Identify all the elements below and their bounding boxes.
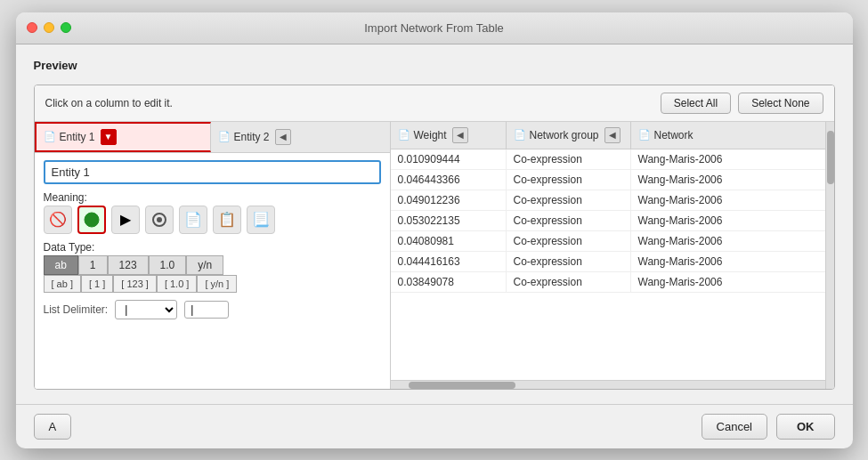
table-row[interactable]: 0.046443366 Co-expression Wang-Maris-200…	[391, 170, 825, 190]
right-panel: 📄 Weight ◀ 📄 Network group ◀ 📄 Network	[391, 122, 825, 389]
network-cell: Wang-Maris-2006	[631, 211, 825, 230]
minimize-button[interactable]	[44, 22, 54, 33]
entity2-header[interactable]: 📄 Entity 2 ◀	[211, 122, 389, 152]
vertical-scrollbar[interactable]	[825, 122, 834, 389]
entity1-doc-icon: 📄	[44, 131, 56, 143]
table-row[interactable]: 0.049012236 Co-expression Wang-Maris-200…	[391, 190, 825, 211]
network-cell: Wang-Maris-2006	[631, 252, 825, 271]
weight-cell: 0.053022135	[391, 211, 507, 230]
entity1-label: Entity 1	[60, 131, 95, 143]
select-none-button[interactable]: Select None	[738, 93, 823, 114]
preview-box: Click on a column to edit it. Select All…	[34, 85, 835, 390]
table-row[interactable]: 0.03849078 Co-expression Wang-Maris-2006	[391, 272, 825, 293]
network-header[interactable]: 📄 Network	[631, 122, 825, 149]
horizontal-scrollbar[interactable]	[391, 380, 825, 389]
coexpression-cell: Co-expression	[507, 170, 631, 190]
meaning-doc3-btn[interactable]: 📃	[247, 206, 275, 234]
entity1-header[interactable]: 📄 Entity 1 ▼	[35, 122, 211, 152]
entity2-doc-icon: 📄	[218, 131, 231, 143]
delimiter-section: List Delimiter: |	[44, 300, 381, 319]
meaning-target-btn[interactable]: ▶	[111, 206, 140, 234]
weight-doc-icon: 📄	[398, 129, 410, 141]
delimiter-input[interactable]	[184, 301, 229, 319]
weight-cell: 0.03849078	[391, 272, 507, 292]
titlebar: Import Network From Table	[16, 12, 853, 44]
left-col-headers: 📄 Entity 1 ▼ 📄 Entity 2 ◀	[35, 122, 390, 153]
network-group-doc-icon: 📄	[514, 129, 526, 141]
right-col-headers: 📄 Weight ◀ 📄 Network group ◀ 📄 Network	[391, 122, 825, 149]
dtype-123-button[interactable]: 123	[108, 255, 149, 275]
entity-input[interactable]	[44, 160, 381, 184]
ok-button[interactable]: OK	[776, 414, 835, 440]
entity2-label: Entity 2	[234, 131, 270, 143]
traffic-lights	[27, 22, 71, 33]
table-area: 📄 Entity 1 ▼ 📄 Entity 2 ◀	[35, 122, 834, 389]
table-row[interactable]: 0.010909444 Co-expression Wang-Maris-200…	[391, 149, 825, 170]
click-hint-text: Click on a column to edit it.	[45, 97, 173, 109]
coexpression-cell: Co-expression	[507, 272, 631, 292]
close-button[interactable]	[27, 22, 37, 33]
weight-cell: 0.04080981	[391, 231, 507, 251]
table-row[interactable]: 0.04080981 Co-expression Wang-Maris-2006	[391, 231, 825, 252]
select-all-button[interactable]: Select All	[661, 93, 731, 114]
meaning-none-btn[interactable]: 🚫	[44, 206, 72, 234]
dtype-bracket-ab[interactable]: [ ab ]	[44, 275, 81, 293]
delimiter-label: List Delimiter:	[44, 303, 109, 316]
entity1-dropdown-arrow[interactable]: ▼	[101, 129, 117, 145]
weight-label: Weight	[414, 129, 447, 141]
table-row[interactable]: 0.044416163 Co-expression Wang-Maris-200…	[391, 252, 825, 272]
datatype-buttons: ab 1 123 1.0 y/n	[44, 255, 381, 275]
weight-cell: 0.044416163	[391, 252, 507, 271]
dtype-bracket-1[interactable]: [ 1 ]	[81, 275, 113, 293]
network-cell: Wang-Maris-2006	[631, 272, 825, 292]
network-group-header[interactable]: 📄 Network group ◀	[507, 122, 631, 149]
svg-point-2	[157, 217, 162, 222]
cancel-button[interactable]: Cancel	[702, 414, 767, 440]
weight-cell: 0.046443366	[391, 170, 507, 190]
meaning-section: Meaning: 🚫	[44, 191, 381, 234]
dtype-bracket-10[interactable]: [ 1.0 ]	[157, 275, 198, 293]
meaning-source-btn[interactable]	[77, 206, 106, 234]
preview-label: Preview	[34, 59, 835, 72]
meaning-doc2-btn[interactable]: 📋	[213, 206, 241, 234]
network-cell: Wang-Maris-2006	[631, 190, 825, 210]
dtype-bracket-123[interactable]: [ 123 ]	[113, 275, 157, 293]
dtype-ab-button[interactable]: ab	[44, 255, 78, 275]
scrollbar-thumb	[827, 131, 834, 184]
table-row[interactable]: 0.053022135 Co-expression Wang-Maris-200…	[391, 211, 825, 231]
network-group-label: Network group	[530, 129, 599, 141]
weight-header[interactable]: 📄 Weight ◀	[391, 122, 507, 149]
coexpression-cell: Co-expression	[507, 252, 631, 271]
svg-point-0	[85, 213, 99, 227]
datatype-label: Data Type:	[44, 241, 381, 254]
select-buttons: Select All Select None	[661, 93, 823, 114]
delimiter-select[interactable]: |	[115, 300, 177, 319]
content-area: Preview Click on a column to edit it. Se…	[16, 44, 853, 404]
data-rows: 0.010909444 Co-expression Wang-Maris-200…	[391, 149, 825, 380]
dtype-bracket-buttons: [ ab ] [ 1 ] [ 123 ] [ 1.0 ] [ y/n ]	[44, 275, 381, 293]
dtype-yn-button[interactable]: y/n	[186, 255, 223, 275]
coexpression-cell: Co-expression	[507, 211, 631, 230]
horiz-scrollbar-thumb	[409, 382, 515, 389]
network-group-arrow[interactable]: ◀	[604, 127, 621, 143]
dtype-bracket-yn[interactable]: [ y/n ]	[197, 275, 237, 293]
meaning-doc1-btn[interactable]: 📄	[179, 206, 207, 234]
meaning-interaction-btn[interactable]	[145, 206, 174, 234]
entity2-dropdown-arrow[interactable]: ◀	[275, 129, 291, 145]
coexpression-cell: Co-expression	[507, 149, 631, 169]
weight-cell: 0.049012236	[391, 190, 507, 210]
edit-panel: Meaning: 🚫	[35, 153, 390, 389]
network-cell: Wang-Maris-2006	[631, 149, 825, 169]
window-title: Import Network From Table	[364, 21, 504, 35]
weight-arrow[interactable]: ◀	[452, 127, 468, 143]
dtype-1-button[interactable]: 1	[78, 255, 108, 275]
a-button[interactable]: A	[34, 414, 72, 440]
left-panel: 📄 Entity 1 ▼ 📄 Entity 2 ◀	[35, 122, 391, 389]
coexpression-cell: Co-expression	[507, 231, 631, 251]
maximize-button[interactable]	[61, 22, 71, 33]
network-cell: Wang-Maris-2006	[631, 231, 825, 251]
network-doc-icon: 📄	[638, 129, 651, 141]
dtype-10-button[interactable]: 1.0	[149, 255, 187, 275]
meaning-icons: 🚫 ▶	[44, 206, 381, 234]
footer-left: A	[34, 414, 72, 440]
